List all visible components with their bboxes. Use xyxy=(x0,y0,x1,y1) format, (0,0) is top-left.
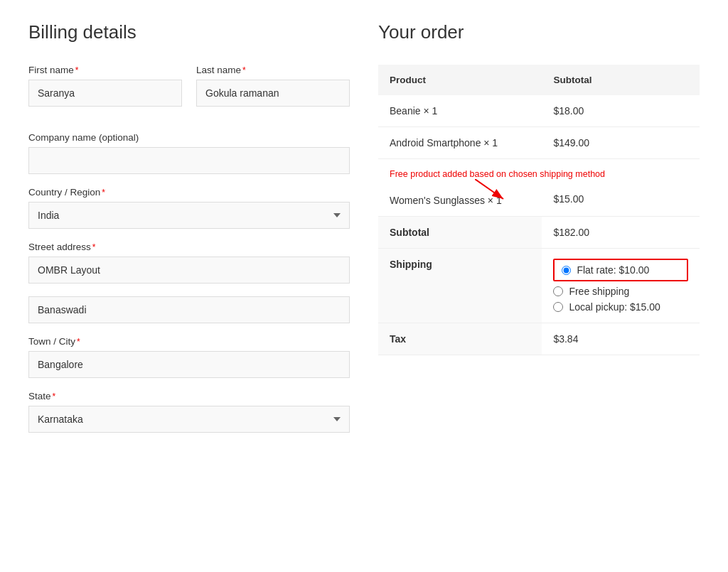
subtotal-row: Subtotal $182.00 xyxy=(378,217,700,249)
subtotal-value: $182.00 xyxy=(542,217,700,249)
table-row: Free product added based on chosen shipp… xyxy=(378,159,700,217)
local-pickup-option[interactable]: Local pickup: $15.00 xyxy=(553,301,688,313)
free-shipping-option[interactable]: Free shipping xyxy=(553,286,688,297)
local-pickup-label: Local pickup: $15.00 xyxy=(569,301,660,313)
last-name-group: Last name* xyxy=(196,65,350,107)
tax-value: $3.84 xyxy=(542,323,700,355)
state-select[interactable]: Karnataka Maharashtra Tamil Nadu xyxy=(28,406,350,433)
product-price-beanie: $18.00 xyxy=(542,95,700,127)
first-name-input[interactable] xyxy=(28,80,182,107)
svg-line-1 xyxy=(475,179,503,199)
annotation-arrow xyxy=(475,179,518,200)
product-price-sunglasses: $15.00 xyxy=(542,159,700,217)
required-star: * xyxy=(75,65,79,75)
tax-label: Tax xyxy=(378,323,542,355)
product-price-smartphone: $149.00 xyxy=(542,127,700,159)
required-star-6: * xyxy=(53,392,56,401)
product-name-smartphone: Android Smartphone × 1 xyxy=(378,127,542,159)
required-star-4: * xyxy=(92,242,96,252)
name-row: First name* Last name* xyxy=(28,65,350,119)
product-name-sunglasses: Free product added based on chosen shipp… xyxy=(378,159,542,217)
required-star-5: * xyxy=(77,337,80,347)
flat-rate-radio[interactable] xyxy=(562,266,571,275)
state-label: State* xyxy=(28,391,350,401)
country-group: Country / Region* India United States Un… xyxy=(28,187,350,229)
shipping-label: Shipping xyxy=(378,249,542,323)
col-product: Product xyxy=(378,65,542,95)
order-table-header: Product Subtotal xyxy=(378,65,700,95)
state-group: State* Karnataka Maharashtra Tamil Nadu xyxy=(28,391,350,433)
shipping-options: Flat rate: $10.00 Free shipping Local pi… xyxy=(553,259,688,313)
country-select[interactable]: India United States United Kingdom xyxy=(28,202,350,229)
flat-rate-option[interactable]: Flat rate: $10.00 xyxy=(553,259,688,281)
local-pickup-radio[interactable] xyxy=(553,302,563,312)
billing-section: Billing details First name* Last name* C… xyxy=(28,21,350,446)
required-star-3: * xyxy=(102,188,105,198)
flat-rate-label: Flat rate: $10.00 xyxy=(577,264,649,276)
company-input[interactable] xyxy=(28,147,350,174)
first-name-group: First name* xyxy=(28,65,182,107)
order-section: Your order Product Subtotal Beanie × 1 $… xyxy=(378,21,700,446)
product-name-beanie: Beanie × 1 xyxy=(378,95,542,127)
required-star-2: * xyxy=(242,65,246,75)
tax-row: Tax $3.84 xyxy=(378,323,700,355)
street2-input[interactable] xyxy=(28,296,350,323)
city-input[interactable] xyxy=(28,351,350,378)
country-label: Country / Region* xyxy=(28,187,350,198)
col-subtotal: Subtotal xyxy=(542,65,700,95)
billing-title: Billing details xyxy=(28,21,350,43)
annotation-text: Free product added based on chosen shipp… xyxy=(390,169,605,179)
city-label: Town / City* xyxy=(28,336,350,347)
subtotal-label: Subtotal xyxy=(378,217,542,249)
street1-input[interactable] xyxy=(28,257,350,284)
last-name-input[interactable] xyxy=(196,80,350,107)
street-label: Street address* xyxy=(28,242,350,252)
shipping-row: Shipping Flat rate: $10.00 Free shi xyxy=(378,249,700,323)
table-row: Beanie × 1 $18.00 xyxy=(378,95,700,127)
free-shipping-label: Free shipping xyxy=(569,286,629,297)
company-label: Company name (optional) xyxy=(28,132,350,143)
city-group: Town / City* xyxy=(28,336,350,378)
free-shipping-radio[interactable] xyxy=(553,286,563,296)
order-table: Product Subtotal Beanie × 1 $18.00 Andro… xyxy=(378,65,700,355)
first-name-label: First name* xyxy=(28,65,182,75)
street-group: Street address* xyxy=(28,242,350,323)
table-row: Android Smartphone × 1 $149.00 xyxy=(378,127,700,159)
company-group: Company name (optional) xyxy=(28,132,350,174)
shipping-options-cell: Flat rate: $10.00 Free shipping Local pi… xyxy=(542,249,700,323)
order-title: Your order xyxy=(378,21,700,43)
last-name-label: Last name* xyxy=(196,65,350,75)
